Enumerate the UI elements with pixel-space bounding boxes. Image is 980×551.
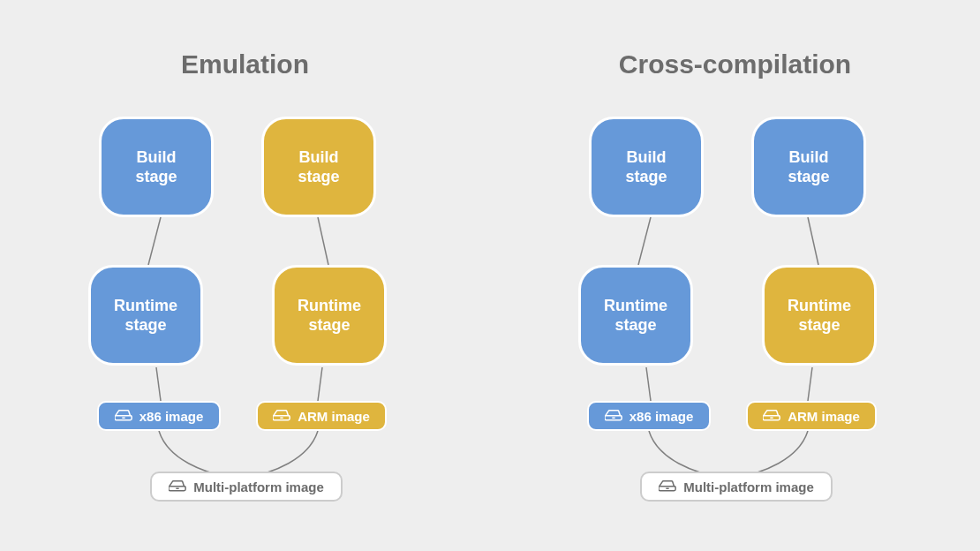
cross-runtime-stage-arm: Runtimestage: [762, 265, 877, 366]
image-label: ARM image: [298, 409, 370, 424]
svg-line-3: [318, 367, 322, 401]
image-label: x86 image: [139, 409, 204, 424]
disk-icon: [659, 480, 676, 493]
emulation-build-stage-x86: Buildstage: [99, 117, 214, 217]
stage-label: Buildstage: [135, 147, 177, 187]
stage-label: Runtimestage: [298, 296, 361, 336]
emulation-runtime-stage-arm: Runtimestage: [272, 265, 387, 366]
emulation-panel: Emulation Buildstage Buildstage Runtimes…: [0, 0, 490, 551]
cross-build-stage-right: Buildstage: [751, 117, 866, 217]
stage-label: Buildstage: [788, 147, 829, 187]
image-label: Multi-platform image: [193, 479, 324, 494]
svg-line-7: [808, 367, 812, 401]
cross-arm-image: ARM image: [746, 401, 877, 431]
cross-build-stage-left: Buildstage: [589, 117, 704, 217]
svg-line-6: [646, 367, 651, 401]
stage-label: Runtimestage: [604, 296, 667, 336]
image-label: ARM image: [788, 409, 860, 424]
emulation-x86-image: x86 image: [97, 401, 221, 431]
cross-multi-platform-image: Multi-platform image: [640, 472, 833, 502]
svg-line-2: [156, 367, 161, 401]
image-label: x86 image: [629, 409, 694, 424]
disk-icon: [169, 480, 186, 493]
stage-label: Buildstage: [625, 147, 667, 187]
stage-label: Runtimestage: [114, 296, 177, 336]
svg-line-1: [318, 217, 328, 265]
emulation-runtime-stage-x86: Runtimestage: [88, 265, 203, 366]
stage-label: Runtimestage: [788, 296, 851, 336]
svg-line-0: [148, 217, 161, 265]
cross-runtime-stage-x86: Runtimestage: [578, 265, 693, 366]
disk-icon: [605, 410, 622, 422]
svg-line-5: [808, 217, 818, 265]
stage-label: Buildstage: [298, 147, 339, 187]
emulation-build-stage-arm: Buildstage: [261, 117, 376, 217]
disk-icon: [273, 410, 290, 422]
cross-x86-image: x86 image: [587, 401, 711, 431]
image-label: Multi-platform image: [683, 479, 814, 494]
svg-line-4: [638, 217, 651, 265]
disk-icon: [763, 410, 780, 422]
cross-compilation-panel: Cross-compilation Buildstage Buildstage …: [490, 0, 980, 551]
emulation-multi-platform-image: Multi-platform image: [150, 472, 343, 502]
emulation-arm-image: ARM image: [256, 401, 387, 431]
disk-icon: [115, 410, 132, 422]
